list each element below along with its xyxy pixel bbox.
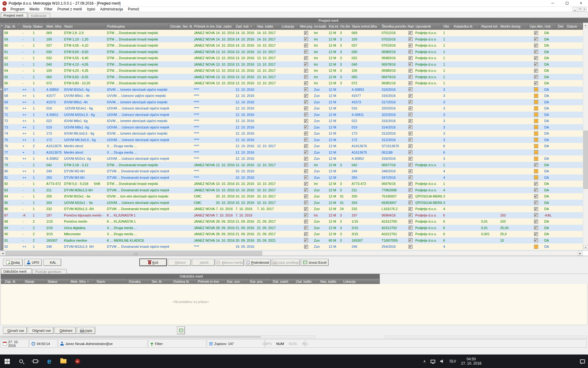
column-header-oz[interactable]: Oznaka: [169, 23, 181, 30]
tray-clock[interactable]: 04:50 27. 10. 2016: [458, 355, 486, 368]
checkbox-checked[interactable]: [304, 125, 308, 129]
column-header-z[interactable]: Zap. št.: [3, 23, 17, 30]
table-row[interactable]: 62-1032DTM 9,55 - 9,40DTM ... Dvostransk…: [0, 55, 588, 61]
checkbox-checked[interactable]: [409, 194, 413, 198]
column-header-iz[interactable]: Izv.kalib.: [313, 23, 328, 30]
checkbox-checked[interactable]: [409, 75, 413, 79]
lower-column-header[interactable]: Zad. kalibr.: [295, 279, 319, 284]
odznaci-vse-button[interactable]: Odznači vse: [28, 327, 54, 334]
maximize-button[interactable]: [560, 0, 574, 7]
table-row[interactable]: 68++141577UVVM M9x1 - 4hUVVM ... Ustrezn…: [0, 93, 588, 99]
checkbox-checked[interactable]: [409, 87, 413, 91]
checkbox-checked[interactable]: [409, 207, 413, 211]
checkbox-checked[interactable]: [409, 94, 413, 98]
mdi-restore-button[interactable]: ❐: [577, 7, 582, 11]
column-header-up[interactable]: Uporabnik: [414, 23, 442, 30]
lower-column-header[interactable]: Priimek in ime: [197, 279, 226, 284]
checkbox-pending[interactable]: [534, 87, 538, 91]
tab-pregled-meril[interactable]: Pregled meril: [1, 12, 28, 18]
lower-column-header[interactable]: Stanje: [24, 279, 47, 284]
menu-item-administracija[interactable]: Administracija: [98, 7, 126, 12]
checkbox-checked[interactable]: [534, 37, 538, 41]
checkbox-checked[interactable]: [304, 220, 308, 224]
table-row[interactable]: 64-1106DTM 4,20 - 4,35DTM ... Dvostransk…: [0, 67, 588, 74]
checkbox-checked[interactable]: [534, 226, 538, 230]
checkbox-checked[interactable]: [409, 150, 413, 154]
checkbox-checked[interactable]: [304, 37, 308, 41]
checkbox-checked[interactable]: [409, 56, 413, 60]
checkbox-checked[interactable]: [304, 157, 308, 161]
lower-horizontal-scrollbar[interactable]: [0, 335, 315, 338]
checkbox-checked[interactable]: [304, 132, 308, 136]
izpis-button[interactable]: Izpis: [77, 327, 95, 334]
checkbox-checked[interactable]: [304, 31, 308, 35]
kal-button[interactable]: KAL: [43, 259, 61, 266]
table-row[interactable]: 75++1172UOVM M6,5x0,5 - 6gUOVM ... Ustre…: [0, 137, 588, 143]
checkbox-checked[interactable]: [409, 163, 413, 167]
checkbox-checked[interactable]: [409, 100, 413, 104]
checkbox-checked[interactable]: [304, 207, 308, 211]
tray-display-icon[interactable]: [428, 355, 438, 368]
column-header-d1[interactable]: Dat. zadol.: [215, 23, 235, 30]
checkbox-checked[interactable]: [304, 163, 308, 167]
column-header-ki[interactable]: Kal.int.: [328, 23, 339, 30]
checkbox-checked[interactable]: [304, 94, 308, 98]
lower-column-header[interactable]: Status: [47, 279, 70, 284]
table-row[interactable]: 59-1100DTM 1,10 - 1,20DTM ... Dvostransk…: [0, 36, 588, 43]
vertical-scrollbar[interactable]: ▲ ▼: [583, 23, 588, 251]
tab-pozicije-garniture[interactable]: Pozicije garniture: [32, 269, 67, 274]
lower-column-header[interactable]: Oznaka: [128, 279, 151, 284]
tray-volume-icon[interactable]: [438, 355, 447, 368]
checkbox-checked[interactable]: [534, 44, 538, 48]
checkbox-checked[interactable]: [534, 188, 538, 192]
table-row[interactable]: 85-1204UOVM M10x1 - 6eUOVM ... Ustrezni …: [0, 200, 588, 206]
horizontal-scrollbar[interactable]: ◀ ▶: [0, 251, 583, 256]
checkbox-checked[interactable]: [304, 119, 308, 123]
table-row[interactable]: 83-1211DTVM M26x1,5 6HDTVM ... Dvostrans…: [0, 187, 588, 194]
lower-column-header[interactable]: Gar. ozn.: [226, 279, 249, 284]
aktivna-merila-button[interactable]: Aktivna merila: [216, 259, 244, 266]
checkbox-checked[interactable]: [534, 50, 538, 54]
column-header-bl[interactable]: [17, 23, 21, 30]
tab-odlozisce-meril[interactable]: Odložišče meril: [1, 268, 32, 274]
checkbox-pending[interactable]: [534, 150, 538, 154]
column-header-us[interactable]: Ustr.: [543, 23, 557, 30]
checkbox-checked[interactable]: [304, 232, 308, 236]
table-row[interactable]: 82-1A773-472DTM 5,0 - 5,018 5H8DTM ... D…: [0, 181, 588, 187]
table-row[interactable]: 60-1037DTM 4,05 - 4,10DTM ... Dvostransk…: [0, 42, 588, 49]
checkbox-checked[interactable]: [304, 113, 308, 117]
mdi-close-button[interactable]: ✕: [582, 7, 586, 11]
table-row[interactable]: 76+2A1613676Merilni obročX ... Druga mer…: [0, 143, 588, 149]
table-row[interactable]: 70++1016 UOVM M14x1 - 6gUOVM ... Ustrezn…: [0, 105, 588, 112]
checkbox-checked[interactable]: [409, 157, 413, 161]
checkbox-pending[interactable]: [534, 138, 538, 142]
checkbox-checked[interactable]: [409, 81, 413, 85]
table-row[interactable]: 77+1A1613675Merilni obročX ... Druga mer…: [0, 149, 588, 156]
column-header-da[interactable]: Datum: [566, 23, 583, 30]
izvozi-excel-button[interactable]: Izvozi Excel: [301, 259, 329, 266]
checkbox-pending[interactable]: [534, 175, 538, 179]
checkbox-checked[interactable]: [409, 119, 413, 123]
checkbox-checked[interactable]: [409, 182, 413, 186]
obnovi-button[interactable]: Obnovi: [168, 259, 191, 266]
table-row[interactable]: 92++1246DTVM M12x1,5 6HDTVM ... Dvostran…: [0, 243, 588, 250]
checkbox-checked[interactable]: [304, 62, 308, 66]
table-row[interactable]: 88-21/15Pomično meriloK ... KLJUNASTA 1J…: [0, 218, 588, 225]
checkbox-pending[interactable]: [534, 169, 538, 173]
checkbox-checked[interactable]: [409, 169, 413, 173]
horizontal-scroll-thumb[interactable]: [6, 251, 262, 255]
checkbox-checked[interactable]: [534, 81, 538, 85]
checkbox-checked[interactable]: [409, 138, 413, 142]
checkbox-checked[interactable]: [534, 56, 538, 60]
scroll-up-button[interactable]: ▲: [583, 23, 588, 28]
file-explorer-icon[interactable]: [56, 355, 70, 368]
mdi-minimize-button[interactable]: ▁: [573, 7, 577, 11]
tray-language[interactable]: SLV: [447, 355, 458, 368]
table-row[interactable]: 61-1030DTM 8,60 - 8,50DTM ... Dvostransk…: [0, 49, 588, 55]
checkbox-checked[interactable]: [409, 113, 413, 117]
column-header-os[interactable]: Os.številka: [339, 23, 351, 30]
checkbox-checked[interactable]: [409, 245, 413, 249]
checkbox-pending[interactable]: [534, 106, 538, 110]
lower-column-header[interactable]: [1, 279, 4, 284]
checkbox-checked[interactable]: [304, 169, 308, 173]
